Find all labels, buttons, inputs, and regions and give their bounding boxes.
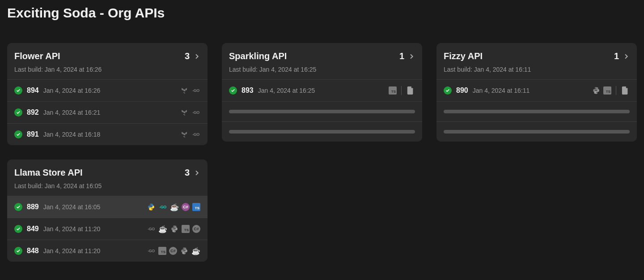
build-info: 848 Jan 4, 2024 at 11:20 bbox=[14, 247, 100, 255]
typescript-icon: TS bbox=[389, 86, 397, 95]
success-icon bbox=[14, 247, 22, 255]
build-date: Jan 4, 2024 at 16:05 bbox=[43, 203, 101, 211]
chevron-right-icon bbox=[408, 53, 415, 60]
divider bbox=[401, 86, 402, 95]
build-date: Jan 4, 2024 at 16:11 bbox=[473, 87, 530, 94]
build-info: 890 Jan 4, 2024 at 16:11 bbox=[444, 86, 530, 95]
api-card: Flower API 3 Last build: Jan 4, 2024 at … bbox=[7, 43, 208, 145]
build-langs: TS bbox=[592, 86, 630, 95]
card-subtitle: Last build: Jan 4, 2024 at 16:05 bbox=[14, 182, 200, 190]
go-icon: -GO bbox=[191, 86, 200, 95]
build-row[interactable]: 894 Jan 4, 2024 at 16:26 -GO bbox=[7, 79, 208, 101]
go-icon: -GO bbox=[147, 224, 156, 233]
placeholder-row bbox=[222, 121, 422, 142]
placeholder-bar bbox=[444, 110, 630, 113]
placeholder-row bbox=[436, 101, 637, 121]
build-number: 893 bbox=[242, 86, 254, 95]
card-header[interactable]: Sparkling API 1 Last build: Jan 4, 2024 … bbox=[222, 43, 422, 79]
placeholder-row bbox=[436, 121, 637, 142]
document-icon bbox=[621, 86, 630, 95]
success-icon bbox=[14, 86, 22, 95]
placeholder-bar bbox=[444, 130, 630, 134]
cards-grid: Flower API 3 Last build: Jan 4, 2024 at … bbox=[7, 43, 637, 276]
placeholder-row bbox=[222, 101, 422, 121]
python-icon bbox=[592, 86, 601, 95]
build-langs: -GOTSC#☕ bbox=[147, 246, 200, 255]
page-title: Exciting Soda - Org APIs bbox=[7, 0, 637, 21]
api-card: Fizzy API 1 Last build: Jan 4, 2024 at 1… bbox=[436, 43, 637, 142]
card-count-group: 1 bbox=[399, 51, 415, 61]
csharp-icon: C# bbox=[182, 203, 190, 211]
card-count: 1 bbox=[399, 51, 404, 61]
terraform-icon bbox=[180, 108, 189, 117]
build-date: Jan 4, 2024 at 16:25 bbox=[258, 87, 315, 94]
card-header[interactable]: Fizzy API 1 Last build: Jan 4, 2024 at 1… bbox=[436, 43, 637, 79]
typescript-icon: TS bbox=[158, 247, 166, 255]
card-count-group: 1 bbox=[614, 51, 630, 61]
api-card: Llama Store API 3 Last build: Jan 4, 202… bbox=[7, 159, 208, 262]
build-number: 848 bbox=[27, 247, 39, 255]
build-date: Jan 4, 2024 at 16:18 bbox=[43, 131, 101, 138]
typescript-icon: TS bbox=[603, 86, 611, 95]
success-icon bbox=[229, 86, 237, 95]
terraform-icon bbox=[180, 130, 189, 139]
java-icon: ☕ bbox=[191, 246, 200, 255]
java-icon: ☕ bbox=[158, 224, 167, 233]
build-row[interactable]: 849 Jan 4, 2024 at 11:20 -GO☕TSC# bbox=[7, 218, 208, 240]
card-subtitle: Last build: Jan 4, 2024 at 16:26 bbox=[14, 66, 200, 73]
go-icon: -GO bbox=[191, 108, 200, 117]
card-subtitle: Last build: Jan 4, 2024 at 16:11 bbox=[444, 66, 630, 73]
build-langs: -GO☕C#TS bbox=[147, 202, 200, 211]
build-info: 892 Jan 4, 2024 at 16:21 bbox=[14, 108, 100, 116]
build-langs: -GO☕TSC# bbox=[147, 224, 200, 233]
success-icon bbox=[14, 108, 22, 116]
card-count-group: 3 bbox=[185, 168, 200, 178]
build-langs: -GO bbox=[180, 130, 200, 139]
card-header[interactable]: Llama Store API 3 Last build: Jan 4, 202… bbox=[7, 159, 208, 196]
build-row[interactable]: 848 Jan 4, 2024 at 11:20 -GOTSC#☕ bbox=[7, 240, 208, 262]
build-row[interactable]: 892 Jan 4, 2024 at 16:21 -GO bbox=[7, 101, 208, 123]
build-langs: -GO bbox=[180, 86, 200, 95]
document-icon bbox=[406, 86, 415, 95]
build-number: 849 bbox=[27, 225, 39, 233]
go-icon: -GO bbox=[191, 130, 200, 139]
chevron-right-icon bbox=[623, 53, 630, 60]
build-row[interactable]: 893 Jan 4, 2024 at 16:25 TS bbox=[222, 79, 422, 101]
build-info: 891 Jan 4, 2024 at 16:18 bbox=[14, 130, 100, 138]
build-number: 889 bbox=[27, 203, 39, 211]
build-row[interactable]: 889 Jan 4, 2024 at 16:05 -GO☕C#TS bbox=[7, 196, 208, 218]
chevron-right-icon bbox=[193, 53, 200, 60]
card-title: Llama Store API bbox=[14, 168, 83, 178]
build-date: Jan 4, 2024 at 11:20 bbox=[43, 225, 101, 233]
build-info: 894 Jan 4, 2024 at 16:26 bbox=[14, 86, 100, 95]
typescript-icon: TS bbox=[192, 203, 200, 211]
build-date: Jan 4, 2024 at 16:26 bbox=[43, 87, 101, 94]
build-number: 890 bbox=[456, 86, 468, 95]
python-icon bbox=[180, 246, 189, 255]
csharp-icon: C# bbox=[192, 225, 200, 233]
terraform-icon bbox=[180, 86, 189, 95]
python-icon bbox=[170, 224, 179, 233]
placeholder-bar bbox=[229, 110, 415, 113]
divider bbox=[616, 86, 616, 95]
card-count: 1 bbox=[614, 51, 619, 61]
go-icon: -GO bbox=[147, 246, 156, 255]
chevron-right-icon bbox=[193, 169, 200, 177]
build-row[interactable]: 890 Jan 4, 2024 at 16:11 TS bbox=[436, 79, 637, 101]
card-count-group: 3 bbox=[185, 51, 200, 61]
card-title: Fizzy API bbox=[444, 51, 483, 61]
card-title: Flower API bbox=[14, 51, 60, 61]
card-header[interactable]: Flower API 3 Last build: Jan 4, 2024 at … bbox=[7, 43, 208, 79]
api-card: Sparkling API 1 Last build: Jan 4, 2024 … bbox=[222, 43, 422, 142]
build-date: Jan 4, 2024 at 16:21 bbox=[43, 109, 101, 116]
card-title: Sparkling API bbox=[229, 51, 287, 61]
python-icon bbox=[147, 202, 156, 211]
build-langs: -GO bbox=[180, 108, 200, 117]
build-number: 894 bbox=[27, 86, 39, 95]
card-count: 3 bbox=[185, 51, 190, 61]
build-info: 893 Jan 4, 2024 at 16:25 bbox=[229, 86, 315, 95]
go-icon: -GO bbox=[158, 202, 167, 211]
build-row[interactable]: 891 Jan 4, 2024 at 16:18 -GO bbox=[7, 123, 208, 145]
card-count: 3 bbox=[185, 168, 190, 178]
java-icon: ☕ bbox=[170, 202, 179, 211]
